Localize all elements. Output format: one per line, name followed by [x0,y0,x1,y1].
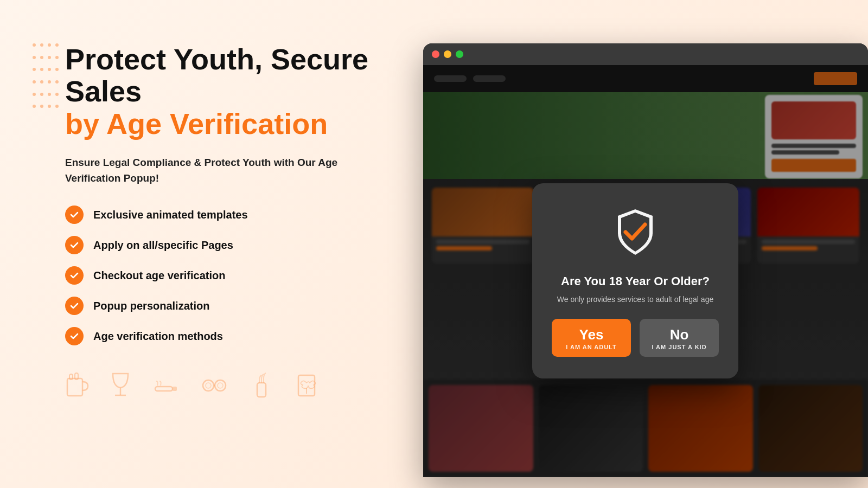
wine-icon [111,371,130,405]
check-icon-4 [65,297,84,315]
feature-text-3: Checkout age verification [93,269,225,282]
svg-rect-12 [257,383,266,397]
handcuffs-icon [201,375,228,402]
left-section: Protect Youth, Secure Sales by Age Verif… [33,43,412,405]
svg-point-8 [215,380,226,391]
feature-text-4: Popup personalization [93,300,209,312]
vape-icon [250,372,273,404]
beer-icon [65,372,89,404]
browser-titlebar [423,43,868,65]
svg-point-10 [206,383,211,388]
yes-button-main: Yes [579,328,604,342]
svg-point-11 [218,383,223,388]
shield-icon [608,205,662,259]
traffic-light-yellow[interactable] [444,50,451,58]
right-section: Are You 18 Year Or Older? We only provid… [418,43,868,477]
feature-text-5: Age verification methods [93,330,223,343]
svg-rect-6 [173,387,177,391]
browser-window: Are You 18 Year Or Older? We only provid… [423,43,868,477]
check-icon-2 [65,236,84,254]
yes-button[interactable]: Yes I AM AN ADULT [552,319,631,357]
check-icon-3 [65,266,84,285]
feature-item-3: Checkout age verification [65,266,412,285]
no-button[interactable]: No I AM JUST A KID [640,319,719,357]
headline-orange: by Age Verification [65,108,412,140]
feature-text-2: Apply on all/specific Pages [93,239,233,252]
subheading: Ensure Legal Compliance & Protect Youth … [65,155,369,186]
feature-item-1: Exclusive animated templates [65,206,412,224]
check-icon-1 [65,206,84,224]
document-icon [295,372,320,404]
yes-button-sub: I AM AN ADULT [566,344,616,350]
popup-subtitle: We only provides services to adult of le… [557,295,713,304]
feature-item-4: Popup personalization [65,297,412,315]
shield-icon-wrap [608,205,662,261]
age-verification-popup: Are You 18 Year Or Older? We only provid… [532,183,738,378]
svg-rect-5 [155,387,173,391]
popup-buttons: Yes I AM AN ADULT No I AM JUST A KID [552,319,719,357]
category-icons-row [65,371,412,405]
feature-item-5: Age verification methods [65,327,412,345]
browser-content: Are You 18 Year Or Older? We only provid… [423,65,868,477]
store-background: Are You 18 Year Or Older? We only provid… [423,65,868,477]
feature-text-1: Exclusive animated templates [93,209,248,221]
feature-item-2: Apply on all/specific Pages [65,236,412,254]
svg-rect-0 [67,378,82,396]
cigarette-icon [152,375,179,402]
check-icon-5 [65,327,84,345]
svg-point-7 [203,380,214,391]
traffic-light-green[interactable] [456,50,463,58]
headline-black: Protect Youth, Secure Sales [65,43,412,108]
dot-grid [33,43,60,114]
traffic-light-red[interactable] [432,50,439,58]
features-list: Exclusive animated templates Apply on al… [65,206,412,345]
no-button-sub: I AM JUST A KID [652,344,706,350]
no-button-main: No [670,328,689,342]
popup-title: Are You 18 Year Or Older? [561,274,710,288]
